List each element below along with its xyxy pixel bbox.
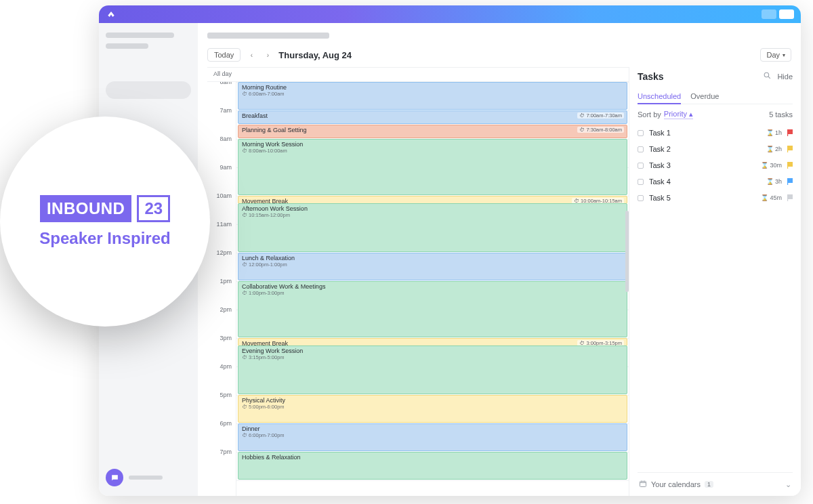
event-time: ⏱ 5:00pm-6:00pm bbox=[242, 404, 623, 410]
calendar-event[interactable]: Physical Activity⏱ 5:00pm-6:00pm bbox=[238, 395, 627, 423]
task-duration: ⌛30m bbox=[761, 162, 782, 169]
task-item[interactable]: Task 4⌛3h bbox=[638, 173, 793, 190]
window-control[interactable] bbox=[762, 9, 776, 19]
task-name: Task 5 bbox=[649, 194, 755, 202]
event-title: Morning Work Session bbox=[242, 141, 623, 148]
prev-day-button[interactable]: ‹ bbox=[246, 48, 257, 62]
tasks-panel: Tasks Hide Unscheduled Overdue Sort by P… bbox=[629, 67, 801, 496]
view-selector[interactable]: Day▾ bbox=[760, 48, 791, 62]
hour-label: 1pm bbox=[207, 278, 236, 306]
hourglass-icon: ⌛ bbox=[761, 162, 768, 169]
calendar-event[interactable]: Dinner⏱ 6:00pm-7:00pm bbox=[238, 423, 627, 451]
inbound-badge: INBOUND 23 Speaker Inspired bbox=[0, 117, 210, 327]
priority-flag-icon[interactable] bbox=[787, 162, 793, 169]
event-title: Breakfast bbox=[242, 112, 623, 119]
event-title: Physical Activity bbox=[242, 397, 623, 404]
hours-column: 6am7am8am9am10am11am12pm1pm2pm3pm4pm5pm6… bbox=[207, 82, 236, 496]
hour-label: 7pm bbox=[207, 448, 236, 477]
titlebar bbox=[99, 5, 801, 23]
inbound-word: INBOUND bbox=[40, 195, 132, 222]
inbound-year: 23 bbox=[137, 195, 170, 222]
hour-label: 6am bbox=[207, 82, 236, 107]
event-title: Evening Work Session bbox=[242, 348, 623, 354]
task-item[interactable]: Task 3⌛30m bbox=[638, 157, 793, 173]
event-title: Dinner bbox=[242, 425, 623, 432]
allday-cell[interactable] bbox=[236, 68, 629, 81]
calendars-footer[interactable]: Your calendars 1 ⌄ bbox=[638, 472, 793, 496]
calendar-event[interactable]: Lunch & Relaxation⏱ 12:00pm-1:00pm bbox=[238, 253, 627, 280]
scrollbar[interactable] bbox=[625, 211, 629, 292]
task-checkbox[interactable] bbox=[638, 195, 644, 201]
main-area: Today ‹ › Thursday, Aug 24 Day▾ All day … bbox=[198, 23, 801, 496]
task-name: Task 2 bbox=[649, 145, 761, 153]
calendar-toolbar: Today ‹ › Thursday, Aug 24 Day▾ bbox=[207, 48, 801, 62]
event-time: ⏱ 1:00pm-3:00pm bbox=[242, 290, 623, 296]
sidebar-stub bbox=[106, 43, 148, 49]
next-day-button[interactable]: › bbox=[262, 48, 273, 62]
calendar-event[interactable]: Planning & Goal Setting⏱ 7:30am-8:00am bbox=[238, 125, 627, 138]
calendar-event[interactable]: Morning Work Session⏱ 8:00am-10:00am bbox=[238, 139, 627, 195]
task-duration: ⌛45m bbox=[761, 194, 782, 201]
event-time: ⏱ 6:00pm-7:00pm bbox=[242, 432, 623, 438]
event-title: Morning Routine bbox=[242, 84, 623, 91]
window-control[interactable] bbox=[779, 9, 794, 19]
task-item[interactable]: Task 5⌛45m bbox=[638, 190, 793, 206]
event-time: ⏱ 12:00pm-1:00pm bbox=[242, 261, 623, 268]
event-title: Hobbies & Relaxation bbox=[242, 454, 623, 461]
sidebar-search[interactable] bbox=[106, 81, 191, 99]
task-item[interactable]: Task 2⌛2h bbox=[638, 141, 793, 157]
sidebar-stub bbox=[106, 33, 174, 38]
sort-label: Sort by bbox=[638, 110, 661, 119]
event-title: Collaborative Work & Meetings bbox=[242, 283, 623, 290]
hourglass-icon: ⌛ bbox=[766, 178, 774, 185]
task-checkbox[interactable] bbox=[638, 146, 644, 152]
priority-flag-icon[interactable] bbox=[787, 178, 793, 185]
priority-flag-icon[interactable] bbox=[787, 146, 793, 152]
calendar-event[interactable]: Evening Work Session⏱ 3:15pm-5:00pm bbox=[238, 345, 627, 395]
calendar-event[interactable]: Collaborative Work & Meetings⏱ 1:00pm-3:… bbox=[238, 281, 627, 337]
event-title: Planning & Goal Setting bbox=[242, 127, 623, 133]
svg-rect-1 bbox=[640, 482, 646, 487]
hour-label: 10am bbox=[207, 192, 236, 221]
task-name: Task 4 bbox=[649, 177, 761, 186]
tasks-tabs: Unscheduled Overdue bbox=[638, 89, 793, 104]
sort-selector[interactable]: Priority ▴ bbox=[664, 110, 693, 119]
tab-overdue[interactable]: Overdue bbox=[690, 89, 719, 104]
tab-unscheduled[interactable]: Unscheduled bbox=[638, 89, 681, 104]
calendar-event[interactable]: Breakfast⏱ 7:00am-7:30am bbox=[238, 110, 627, 124]
chevron-down-icon: ⌄ bbox=[785, 480, 791, 489]
priority-flag-icon[interactable] bbox=[787, 194, 793, 201]
chevron-down-icon: ▾ bbox=[783, 52, 785, 58]
hour-label: 5pm bbox=[207, 392, 236, 420]
task-item[interactable]: Task 1⌛1h bbox=[638, 125, 793, 141]
hour-label: 6pm bbox=[207, 420, 236, 448]
calendar-event[interactable]: Morning Routine⏱ 6:00am-7:00am bbox=[238, 82, 627, 110]
date-title: Thursday, Aug 24 bbox=[278, 50, 352, 60]
day-column[interactable]: Morning Routine⏱ 6:00am-7:00amBreakfast⏱… bbox=[236, 82, 629, 496]
calendar-icon bbox=[639, 480, 647, 489]
calendar-event[interactable]: Hobbies & Relaxation bbox=[238, 452, 627, 480]
calendar-event[interactable]: Afternoon Work Session⏱ 10:15am-12:00pm bbox=[238, 203, 627, 253]
task-duration: ⌛3h bbox=[766, 178, 782, 185]
chat-icon[interactable] bbox=[106, 469, 123, 486]
hour-label: 9am bbox=[207, 164, 236, 192]
today-button[interactable]: Today bbox=[207, 48, 241, 62]
hour-label: 12pm bbox=[207, 249, 236, 278]
event-title: Afternoon Work Session bbox=[242, 205, 623, 212]
search-icon[interactable] bbox=[763, 71, 772, 82]
event-time: ⏱ 3:15pm-5:00pm bbox=[242, 354, 623, 360]
breadcrumb-stub bbox=[207, 33, 329, 39]
hour-label: 2pm bbox=[207, 306, 236, 335]
hour-label: 3pm bbox=[207, 335, 236, 363]
priority-flag-icon[interactable] bbox=[787, 129, 793, 136]
sidebar-stub bbox=[129, 476, 163, 480]
event-time: ⏱ 8:00am-10:00am bbox=[242, 148, 623, 154]
task-checkbox[interactable] bbox=[638, 163, 644, 169]
hour-label: 7am bbox=[207, 107, 236, 135]
task-duration: ⌛1h bbox=[766, 129, 782, 136]
calendar-grid: All day 6am7am8am9am10am11am12pm1pm2pm3p… bbox=[207, 67, 629, 496]
hour-label: 11am bbox=[207, 221, 236, 249]
task-checkbox[interactable] bbox=[638, 179, 644, 185]
task-checkbox[interactable] bbox=[638, 130, 644, 136]
hide-button[interactable]: Hide bbox=[777, 72, 793, 81]
